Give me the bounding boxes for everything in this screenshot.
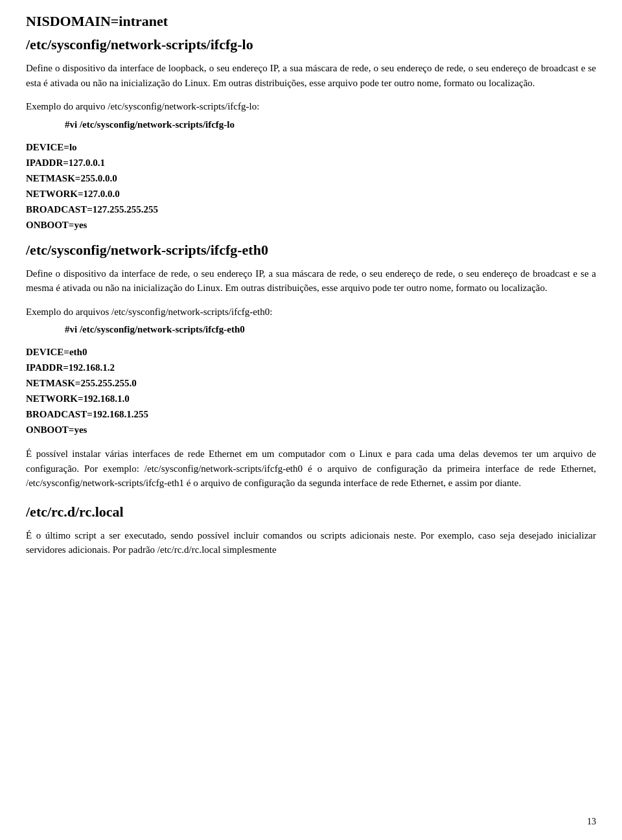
config-line-5: BROADCAST=127.255.255.255 [26,202,596,217]
eth0-config-line-2: IPADDR=192.168.1.2 [26,360,596,375]
ifcfg-lo-description: Define o dispositivo da interface de loo… [26,61,596,90]
ifcfg-lo-heading: /etc/sysconfig/network-scripts/ifcfg-lo [26,36,596,53]
ifcfg-lo-example-label: Exemplo do arquivo /etc/sysconfig/networ… [26,99,596,114]
config-line-2: IPADDR=127.0.0.1 [26,155,596,170]
config-line-3: NETMASK=255.0.0.0 [26,170,596,186]
eth0-config-line-6: ONBOOT=yes [26,422,596,438]
config-line-4: NETWORK=127.0.0.0 [26,186,596,202]
rc-local-description: É o último script a ser executado, sendo… [26,528,596,557]
ifcfg-eth0-config-block: DEVICE=eth0 IPADDR=192.168.1.2 NETMASK=2… [26,344,596,438]
nisdomain-heading: NISDOMAIN=intranet [26,13,596,30]
page-content: NISDOMAIN=intranet /etc/sysconfig/networ… [26,13,596,557]
ifcfg-eth0-example-label: Exemplo do arquivos /etc/sysconfig/netwo… [26,305,596,320]
eth0-config-line-5: BROADCAST=192.168.1.255 [26,406,596,422]
page-number: 13 [587,817,596,827]
ifcfg-lo-config-block: DEVICE=lo IPADDR=127.0.0.1 NETMASK=255.0… [26,139,596,233]
ifcfg-lo-vi-command: #vi /etc/sysconfig/network-scripts/ifcfg… [65,119,596,130]
eth0-config-line-1: DEVICE=eth0 [26,344,596,360]
ifcfg-eth0-vi-command: #vi /etc/sysconfig/network-scripts/ifcfg… [65,324,596,335]
config-line-1: DEVICE=lo [26,139,596,155]
eth0-config-line-4: NETWORK=192.168.1.0 [26,391,596,406]
eth0-config-line-3: NETMASK=255.255.255.0 [26,375,596,391]
ethernet-description: É possível instalar várias interfaces de… [26,447,596,491]
ifcfg-eth0-heading: /etc/sysconfig/network-scripts/ifcfg-eth… [26,242,596,259]
ifcfg-eth0-description: Define o dispositivo da interface de red… [26,266,596,296]
rc-local-heading: /etc/rc.d/rc.local [26,504,596,520]
config-line-6: ONBOOT=yes [26,217,596,233]
